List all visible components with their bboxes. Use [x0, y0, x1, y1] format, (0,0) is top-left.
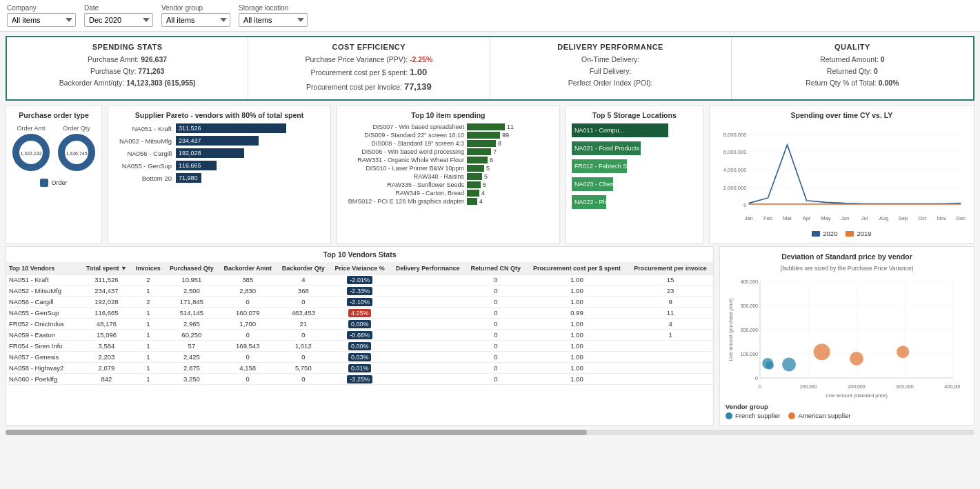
table-row: FR054 - Siren Info 3,584 1 57 169,543 1,… [6, 341, 713, 352]
scrollbar-area[interactable] [6, 430, 974, 435]
american-color [788, 412, 795, 419]
col-bo-qty: Backorder Qty [277, 263, 330, 275]
svg-text:Jun: Jun [841, 215, 849, 221]
date-filter: Date Dec 2020 [84, 4, 153, 27]
top10-bars: DIS007 - Win based spreadsheet11DIS009 -… [343, 123, 554, 205]
top10-item-row: RAW340 - Raisins5 [343, 173, 554, 180]
order-amt-donut: 1,322,132 [10, 132, 52, 173]
vendor-group-label: Vendor group [726, 403, 968, 410]
top10-title: Top 10 item spending [343, 111, 554, 119]
storage-bars: NA011 - Compu...NA021 - Food Products...… [572, 123, 697, 209]
date-label: Date [84, 4, 153, 12]
order-qty-donut: 1,426,745 [56, 132, 97, 173]
table-row: NA056 - Cargill 192,028 2 171,845 0 0 -2… [6, 297, 713, 308]
storage-item-row: NA022 - Pharmaceutical Product... [572, 195, 697, 209]
legend-2020: 2020 [812, 230, 837, 237]
svg-point-55 [814, 344, 830, 361]
spending-legend: 2020 2019 [715, 230, 968, 237]
cost-title: COST EFFICIENCY [257, 43, 481, 51]
date-select[interactable]: Dec 2020 [84, 13, 153, 27]
bottom-section: Top 10 Vendors Stats Top 10 Vendors Tota… [0, 246, 980, 428]
svg-text:Jan: Jan [744, 215, 752, 221]
storage-label: Storage location [239, 4, 308, 12]
quality-stats: QUALITY Returned Amount: 0 Returned Qty:… [732, 37, 973, 99]
svg-text:100,000: 100,000 [799, 384, 817, 389]
pareto-bars: NA051 - Kraft311,526NA052 - MitsuMfg234,… [114, 123, 325, 183]
svg-point-54 [782, 358, 796, 372]
american-supplier-legend: American supplier [788, 412, 850, 419]
table-header-row: Top 10 Vendors Total spent ▼ Invoices Pu… [6, 263, 713, 275]
storage-title: Top 5 Storage Locations [572, 111, 697, 119]
pareto-bar-row: NA052 - MitsuMfg234,437 [114, 136, 325, 146]
pareto-bar-row: NA056 - Cargill192,028 [114, 148, 325, 158]
table-row: NA060 - PoeMfg 842 1 3,250 0 0 -3.25% 0 … [6, 374, 713, 385]
cost-stats: COST EFFICIENCY Purchase Price Variance … [248, 37, 490, 99]
col-delivery: Delivery Performance [390, 263, 466, 275]
purchase-amnt-row: Purchase Amnt: 926,637 [15, 54, 239, 66]
spending-stats: SPENDING STATS Purchase Amnt: 926,637 Pu… [7, 37, 248, 99]
charts-row: Purchase order type Order Amt 1,322,132 … [0, 105, 980, 246]
po-type-title: Purchase order type [12, 111, 96, 119]
storage-select[interactable]: All items [239, 13, 308, 27]
delivery-title: DELIVERY PERFORMANCE [499, 43, 723, 51]
svg-text:100,000: 100,000 [741, 352, 758, 357]
donut1-container: Order Amt 1,322,132 [10, 123, 52, 174]
po-type-card: Purchase order type Order Amt 1,322,132 … [6, 105, 102, 243]
svg-text:300,000: 300,000 [896, 384, 913, 389]
spending-time-chart: 02,000,0004,000,0006,000,0008,000,000Jan… [715, 123, 968, 227]
legend-2019-color [846, 231, 854, 237]
spending-time-title: Spending over time CY vs. LY [715, 111, 968, 119]
ppv-row: Purchase Price Variance (PPV): -2.25% [257, 54, 481, 66]
pareto-title: Supplier Pareto - vendors with 80% of to… [114, 111, 325, 119]
backorder-row: Backorder Amnt/qty: 14,123,303 (615,955) [15, 77, 239, 89]
col-qty: Purchased Qty [165, 263, 219, 275]
proc-cost-row: Procurement cost per $ spent: 1.00 [257, 66, 481, 80]
table-container[interactable]: Top 10 Vendors Total spent ▼ Invoices Pu… [6, 263, 713, 385]
french-color [726, 412, 732, 419]
top10-item-row: DIS009 - Standard 22" screen 16:1099 [343, 132, 554, 139]
table-row: FR052 - OnicIndus 48,176 1 2,965 1,700 2… [6, 319, 713, 330]
svg-text:0: 0 [755, 376, 758, 381]
top10-item-row: DIS006 - Win based word processing7 [343, 148, 554, 155]
svg-text:Line amount (purchase price): Line amount (purchase price) [728, 299, 734, 361]
svg-text:Jul: Jul [861, 215, 868, 221]
top10-item-row: RAW335 - Sunflower Seeds5 [343, 181, 554, 188]
svg-text:200,000: 200,000 [741, 328, 758, 332]
col-bo-amnt: Backorder Amnt [219, 263, 277, 275]
legend-2020-color [812, 231, 820, 237]
table-row: NA052 - MitsuMfg 234,437 1 2,500 2,830 3… [6, 286, 713, 297]
pareto-bar-row: NA051 - Kraft311,526 [114, 123, 325, 133]
vendor-filter: Vendor group All items [161, 4, 230, 27]
storage-card: Top 5 Storage Locations NA011 - Compu...… [566, 105, 703, 243]
pareto-bar-row: NA055 - GenSup116,665 [114, 161, 325, 170]
pareto-card: Supplier Pareto - vendors with 80% of to… [108, 105, 331, 243]
vendor-select[interactable]: All items [161, 13, 230, 27]
order-legend-label: Order [51, 179, 67, 186]
table-row: NA058 - Highway2 2,079 1 2,875 4,158 5,7… [6, 363, 713, 374]
svg-text:300,000: 300,000 [741, 303, 758, 308]
svg-text:200,000: 200,000 [848, 384, 865, 389]
svg-text:0: 0 [743, 203, 746, 209]
scrollbar-thumb[interactable] [6, 430, 587, 435]
svg-text:0: 0 [759, 384, 761, 389]
stats-bar: SPENDING STATS Purchase Amnt: 926,637 Pu… [6, 36, 974, 101]
delivery-stats: DELIVERY PERFORMANCE On-Time Delivery: F… [490, 37, 732, 99]
storage-item-row: NA023 - Chemical Products, 28,... [572, 177, 697, 191]
vendor-table: Top 10 Vendors Total spent ▼ Invoices Pu… [6, 263, 713, 385]
storage-filter: Storage location All items [239, 4, 308, 27]
svg-text:Feb: Feb [763, 215, 772, 221]
legend-2019: 2019 [846, 230, 871, 237]
col-total: Total spent ▼ [81, 263, 132, 275]
svg-text:400,000: 400,000 [944, 384, 960, 389]
svg-point-56 [850, 352, 863, 366]
filter-bar: Company All items Date Dec 2020 Vendor g… [0, 0, 980, 32]
svg-text:Line amount (standard price): Line amount (standard price) [826, 393, 888, 399]
company-select[interactable]: All items [7, 13, 76, 27]
vendor-table-body: NA051 - Kraft 311,526 2 10,951 385 4 -2.… [6, 275, 713, 385]
top10-item-row: RAW331 - Organic Whole Wheat Flour6 [343, 157, 554, 163]
svg-text:Mar: Mar [783, 215, 792, 221]
top10-item-row: DIS010 - Laser Printer B&W 10ppm5 [343, 165, 554, 172]
svg-text:400,000: 400,000 [741, 279, 758, 284]
svg-text:6,000,000: 6,000,000 [723, 150, 747, 156]
top10-item-row: RAW349 - Carton, Bread4 [343, 190, 554, 197]
